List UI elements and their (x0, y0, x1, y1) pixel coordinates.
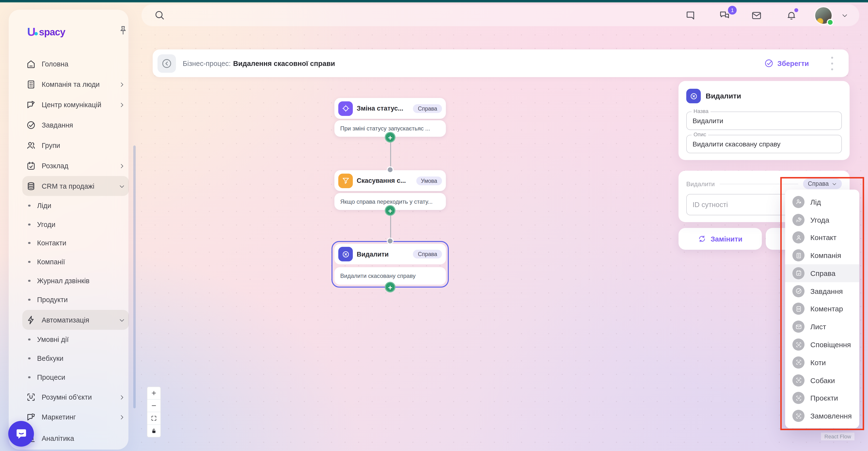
company-icon (26, 79, 36, 89)
search-icon[interactable] (154, 10, 165, 20)
sidebar-item-label: Процеси (37, 373, 125, 381)
dropdown-item-label: Лист (810, 323, 826, 331)
sidebar-scrollbar[interactable] (133, 146, 135, 408)
node-condition-header[interactable]: Скасування с... Умова (334, 170, 446, 191)
entity-type-dropdown: Лід Угода Контакт Компанія Справа Завдан… (785, 190, 859, 428)
dropdown-item-cats[interactable]: Коти (785, 354, 859, 371)
sidebar-item-communications[interactable]: Центр комунікацій (22, 95, 129, 115)
sidebar-item-leads[interactable]: Ліди (22, 197, 129, 215)
sidebar-item-products[interactable]: Продукти (22, 291, 129, 309)
zoom-out-button[interactable] (147, 399, 160, 412)
zoom-in-button[interactable] (147, 387, 160, 399)
divider (720, 184, 798, 184)
sidebar-item-label: Вебхуки (37, 355, 125, 362)
chevron-right-icon (119, 394, 125, 400)
sidebar-item-webhooks[interactable]: Вебхуки (22, 349, 129, 368)
sidebar-item-label: Маркетинг (42, 413, 113, 421)
node-chip: Справа (413, 104, 442, 113)
messenger-badge: 1 (728, 6, 737, 14)
save-button[interactable]: Зберегти (764, 50, 809, 77)
add-step-handle[interactable]: + (385, 132, 396, 143)
sidebar-item-label: Розумні об'єкти (42, 393, 113, 401)
sidebar-item-home[interactable]: Головна (22, 54, 129, 74)
dropdown-item-activity[interactable]: Справа (785, 264, 859, 282)
crm-icon (26, 181, 36, 191)
node-trigger-header[interactable]: Зміна статус... Справа (334, 98, 446, 119)
back-button[interactable] (157, 54, 176, 73)
sidebar-item-processes[interactable]: Процеси (22, 368, 129, 387)
lock-button[interactable] (147, 425, 160, 437)
breadcrumb: Бізнес-процес: Видалення скасовної справ… (183, 50, 335, 77)
dropdown-item-lead[interactable]: Лід (785, 193, 859, 211)
sidebar-item-deals[interactable]: Угоди (22, 215, 129, 234)
flow-edge (390, 213, 391, 241)
profile-chevron-down-icon[interactable] (841, 12, 848, 19)
comments-icon[interactable] (685, 10, 696, 21)
smart-object-icon (793, 410, 805, 422)
dropdown-item-comment[interactable]: Коментар (785, 300, 859, 318)
sidebar-item-contacts[interactable]: Контакти (22, 234, 129, 252)
sidebar-item-label: Розклад (42, 162, 113, 170)
sidebar-item-call-log[interactable]: Журнал дзвінків (22, 272, 129, 290)
dropdown-item-label: Контакт (810, 234, 837, 242)
description-field-value: Видалити скасовану справу (692, 135, 780, 153)
uspacy-logo[interactable]: Uspacy (27, 26, 65, 38)
more-menu-icon[interactable] (830, 57, 834, 70)
support-chat-button[interactable] (8, 421, 34, 447)
logo-text: spacy (39, 26, 65, 38)
fit-view-button[interactable] (147, 412, 160, 425)
pin-sidebar-icon[interactable] (118, 25, 128, 36)
sidebar-item-company-people[interactable]: Компанія та люди (22, 74, 129, 94)
comment-icon (793, 303, 805, 315)
logo-dot-icon (35, 32, 38, 35)
dropdown-item-contact[interactable]: Контакт (785, 229, 859, 247)
sidebar-item-automation[interactable]: Автоматизація (22, 310, 129, 330)
app-root: Uspacy Головна Компанія та люди Центр ко… (0, 0, 868, 451)
dropdown-item-task[interactable]: Завдання (785, 282, 859, 300)
dropdown-item-deal[interactable]: Угода (785, 211, 859, 229)
description-field[interactable]: Опис Видалити скасовану справу (686, 135, 842, 153)
delete-section-label: Видалити (686, 180, 715, 187)
sidebar-item-marketing[interactable]: Маркетинг (22, 407, 129, 427)
dropdown-item-notification[interactable]: Сповіщення (785, 336, 859, 354)
node-input-handle[interactable] (388, 239, 393, 243)
sidebar-item-crm-sales[interactable]: CRM та продажі (22, 176, 129, 196)
node-delete-selected[interactable]: Видалити Справа Видалити скасовану справ… (332, 241, 449, 288)
dropdown-item-label: Справа (810, 269, 836, 277)
add-step-handle[interactable]: + (385, 282, 396, 293)
sidebar-item-smart-objects[interactable]: Розумні об'єкти (22, 387, 129, 407)
process-title: Видалення скасовної справи (233, 59, 335, 67)
sidebar: Uspacy Головна Компанія та люди Центр ко… (9, 10, 128, 450)
sidebar-item-label: Головна (42, 60, 125, 68)
name-field-value: Видалити (692, 112, 723, 129)
name-field[interactable]: Назва Видалити (686, 112, 842, 130)
sidebar-item-conditional-actions[interactable]: Умовні дії (22, 330, 129, 349)
automation-icon (26, 315, 36, 325)
replace-button-label: Замінити (711, 235, 742, 243)
bullet-icon (28, 205, 30, 207)
bullet-icon (28, 376, 30, 379)
replace-button[interactable]: Замінити (679, 228, 762, 250)
smart-objects-icon (26, 392, 36, 402)
sidebar-item-companies[interactable]: Компанії (22, 253, 129, 271)
node-delete-header[interactable]: Видалити Справа (334, 244, 446, 264)
dropdown-item-dogs[interactable]: Собаки (785, 371, 859, 389)
mail-icon[interactable] (751, 10, 762, 21)
dropdown-item-orders[interactable]: Замовлення (785, 407, 859, 425)
sidebar-item-analytics[interactable]: Аналітика (22, 428, 129, 448)
add-step-handle[interactable]: + (385, 205, 396, 216)
dropdown-item-label: Коти (810, 358, 826, 367)
chevron-right-icon (119, 414, 125, 420)
activity-icon (793, 267, 805, 279)
dropdown-item-email[interactable]: Лист (785, 318, 859, 336)
sidebar-item-groups[interactable]: Групи (22, 135, 129, 155)
refresh-icon (698, 235, 706, 243)
entity-type-select[interactable]: Справа (803, 178, 842, 189)
sidebar-item-schedule[interactable]: Розклад (22, 156, 129, 176)
bullet-icon (28, 223, 30, 226)
dropdown-item-company[interactable]: Компанія (785, 247, 859, 265)
node-chip: Умова (416, 176, 442, 185)
sidebar-item-tasks[interactable]: Завдання (22, 115, 129, 135)
dropdown-item-projects[interactable]: Проєкти (785, 389, 859, 407)
node-input-handle[interactable] (388, 167, 393, 172)
